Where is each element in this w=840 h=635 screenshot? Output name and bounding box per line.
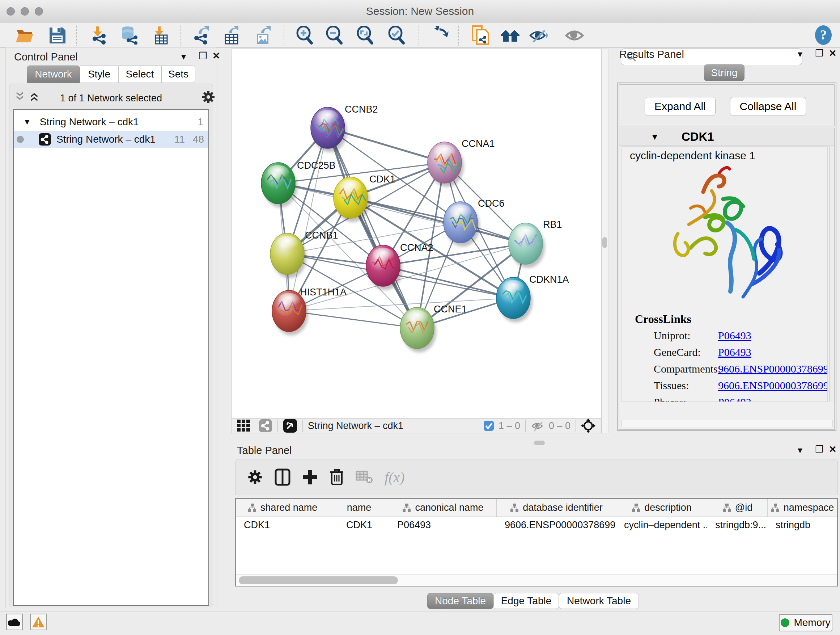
save-session-button[interactable] (47, 25, 67, 45)
results-panel-menu-icon[interactable]: ▾ (798, 49, 802, 60)
column-header-database-identifier[interactable]: database identifier (497, 499, 616, 516)
column-header-@id[interactable]: @id (707, 499, 767, 516)
edge-CCNE1-HIST1H1A[interactable] (289, 311, 417, 328)
collection-expanded-icon[interactable]: ▼ (23, 117, 31, 127)
export-table-button[interactable] (221, 25, 242, 45)
control-panel-menu-icon[interactable]: ▾ (181, 51, 186, 62)
refresh-button[interactable] (429, 25, 450, 45)
help-icon: ? (814, 25, 832, 45)
crosslink-link[interactable]: 9606.ENSP00000378699 (718, 379, 828, 392)
selected-checkbox-icon[interactable] (483, 420, 494, 431)
table-cell[interactable]: stringdb:9... (707, 517, 767, 533)
table-cell[interactable]: CDK1 (236, 517, 329, 533)
tab-network-table[interactable]: Network Table (559, 593, 639, 609)
table-panel-menu-icon[interactable]: ▾ (798, 445, 802, 456)
node-label-CCNA1: CCNA1 (462, 138, 495, 149)
open-session-button[interactable] (14, 25, 35, 45)
node-CDK1[interactable] (333, 177, 370, 222)
tab-select[interactable]: Select (118, 65, 161, 83)
node-CCNE1[interactable] (400, 307, 436, 352)
crosslink-link[interactable]: 9606.ENSP00000378699 (718, 363, 828, 375)
collapse-all-button[interactable]: Collapse All (730, 97, 806, 116)
create-column-button[interactable] (302, 469, 318, 485)
node-CDC25B[interactable] (261, 163, 297, 207)
network-canvas[interactable]: CCNB2 CCNA1 CDC25B CDK1 CDC6 RB1 CCNB1 C… (232, 49, 602, 418)
table-panel-close-icon[interactable]: ✕ (829, 444, 837, 455)
results-vertical-scrollbar[interactable] (829, 146, 834, 402)
export-network-button[interactable] (191, 25, 211, 45)
delete-column-button[interactable] (330, 469, 344, 486)
string-network-graph[interactable]: CCNB2 CCNA1 CDC25B CDK1 CDC6 RB1 CCNB1 C… (232, 49, 601, 418)
node-CDC6[interactable] (444, 202, 480, 247)
export-image-button[interactable] (253, 25, 273, 45)
node-CDKN1A[interactable] (496, 277, 532, 322)
crosslink-link[interactable]: P06493 (718, 346, 752, 358)
hide-selected-button[interactable] (529, 25, 549, 45)
gear-icon[interactable] (201, 90, 216, 104)
section-expanded-icon[interactable]: ▼ (651, 132, 659, 142)
cdk1-section-header[interactable]: ▼ CDK1 (619, 128, 834, 146)
zoom-fit-button[interactable] (355, 25, 376, 45)
edge-CCNB2-HIST1H1A[interactable] (289, 128, 328, 311)
table-settings-button[interactable] (247, 469, 263, 485)
zoom-selected-button[interactable] (387, 25, 407, 45)
tab-edge-table[interactable]: Edge Table (493, 593, 559, 609)
show-all-button[interactable] (564, 25, 584, 45)
crosslink-link[interactable]: P06493 (718, 329, 752, 342)
results-panel-float-icon[interactable]: ❐ (815, 48, 823, 59)
vertical-splitter-handle[interactable] (602, 237, 607, 248)
node-CCNA1[interactable] (428, 142, 464, 187)
network-row-selected[interactable]: String Network – cdk1 11 48 (14, 131, 208, 148)
string-network-icon-grey[interactable] (259, 419, 272, 432)
table-cell[interactable]: cyclin–dependent ... (616, 517, 707, 533)
expand-all-button[interactable]: Expand All (645, 97, 715, 116)
grid-view-icon[interactable] (237, 420, 252, 432)
birdseye-crosshair-icon[interactable] (581, 418, 595, 433)
tab-sets[interactable]: Sets (161, 65, 195, 83)
control-panel-close-icon[interactable]: ✕ (212, 50, 220, 62)
memory-button[interactable]: Memory (779, 614, 832, 631)
hidden-eye-icon[interactable] (531, 420, 545, 432)
table-cell[interactable]: CDK1 (329, 517, 389, 533)
show-columns-button[interactable] (275, 469, 291, 486)
import-table-file-button[interactable] (149, 25, 170, 45)
node-CCNA2[interactable] (366, 245, 402, 290)
tab-style[interactable]: Style (80, 65, 118, 83)
crosslink-link[interactable]: P06493 (718, 396, 752, 402)
column-header-name[interactable]: name (329, 499, 389, 516)
delete-table-icon (355, 470, 373, 485)
table-horizontal-scrollbar[interactable] (236, 574, 837, 586)
zoom-in-button[interactable] (295, 25, 315, 45)
network-collection-row[interactable]: ▼ String Network – cdk1 1 (14, 114, 208, 130)
column-header-description[interactable]: description (616, 499, 707, 516)
control-panel-float-icon[interactable]: ❐ (199, 50, 207, 62)
table-panel-float-icon[interactable]: ❐ (815, 444, 823, 455)
column-header-namespace[interactable]: namespace (767, 499, 837, 516)
horizontal-splitter-handle[interactable] (534, 440, 545, 445)
table-row[interactable]: CDK1CDK1P064939606.ENSP00000378699cyclin… (236, 517, 837, 533)
import-network-file-button[interactable] (88, 25, 109, 45)
results-panel-close-icon[interactable]: ✕ (829, 48, 837, 59)
table-cell[interactable]: stringdb (767, 517, 837, 533)
zoom-out-button[interactable] (325, 25, 345, 45)
first-neighbors-button[interactable] (500, 25, 520, 45)
table-cell[interactable]: P06493 (389, 517, 497, 533)
scrollbar-thumb[interactable] (239, 576, 398, 584)
tab-string[interactable]: String (704, 65, 745, 81)
detach-view-icon[interactable] (283, 418, 297, 433)
column-header-shared-name[interactable]: shared name (236, 499, 329, 516)
tab-network[interactable]: Network (27, 65, 80, 83)
edge-CCNB2-CCNE1[interactable] (328, 128, 417, 328)
node-RB1[interactable] (508, 223, 545, 268)
tab-node-table[interactable]: Node Table (427, 593, 493, 609)
node-CCNB2[interactable] (311, 107, 347, 152)
warnings-button[interactable] (30, 614, 47, 630)
table-cell[interactable]: 9606.ENSP00000378699 (497, 517, 616, 533)
cloud-button[interactable] (6, 614, 23, 630)
results-horizontal-scrollbar[interactable] (622, 420, 833, 427)
column-header-canonical-name[interactable]: canonical name (389, 499, 497, 516)
help-button[interactable]: ? (813, 25, 834, 45)
duplicate-network-button[interactable] (470, 25, 491, 45)
node-CCNB1[interactable] (270, 233, 306, 278)
import-network-database-button[interactable] (119, 25, 139, 45)
